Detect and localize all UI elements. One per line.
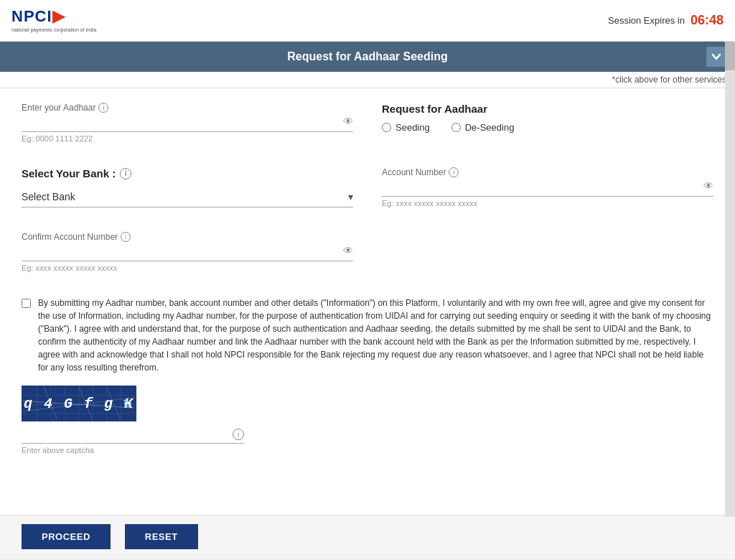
- captcha-image: q 4 G f g K ↻: [22, 386, 136, 421]
- aadhaar-input-wrap: 👁: [22, 116, 353, 132]
- session-label: Session Expires in: [608, 15, 685, 26]
- services-link: *click above for other services: [0, 72, 735, 88]
- deseeding-radio-item[interactable]: De-Seeding: [451, 122, 515, 133]
- title-bar-chevron[interactable]: [706, 47, 726, 67]
- captcha-input[interactable]: [22, 429, 227, 440]
- session-timer: 06:48: [690, 13, 724, 28]
- confirm-account-hint: Eg: xxxx xxxxx xxxxx xxxxx: [22, 263, 353, 272]
- terms-text: By submitting my Aadhar number, bank acc…: [38, 297, 713, 374]
- deseeding-label: De-Seeding: [465, 122, 515, 133]
- npci-logo: NPCI▶: [11, 7, 96, 26]
- left-col-1: Enter your Aadhaar i 👁 Eg: 0000 1111 222…: [22, 103, 353, 156]
- bank-info-icon[interactable]: i: [120, 168, 131, 179]
- right-col-3: [382, 232, 713, 285]
- title-bar[interactable]: Request for Aadhaar Seeding: [0, 42, 735, 72]
- confirm-account-input[interactable]: [22, 246, 353, 257]
- proceed-button[interactable]: PROCEED: [22, 524, 111, 549]
- scrollbar-thumb[interactable]: [725, 42, 735, 70]
- confirm-account-info-icon[interactable]: i: [121, 232, 131, 242]
- logo-area: NPCI▶ national payments corporation of i…: [11, 7, 96, 33]
- captcha-section: q 4 G f g K ↻ i Enter above captcha: [22, 386, 713, 454]
- bank-dropdown-chevron: ▾: [348, 191, 353, 202]
- form-row-2: Select Your Bank : i Select Bank ▾ Accou…: [22, 167, 713, 220]
- seeding-radio-item[interactable]: Seeding: [382, 122, 430, 133]
- page-title: Request for Aadhaar Seeding: [287, 50, 447, 63]
- account-number-hint: Eg: xxxx xxxxx xxxxx xxxxx: [382, 199, 713, 207]
- reset-button[interactable]: RESET: [125, 524, 198, 549]
- main-content: Enter your Aadhaar i 👁 Eg: 0000 1111 222…: [0, 88, 735, 515]
- aadhaar-request-section: Request for Aadhaar Seeding De-Seeding: [382, 103, 713, 133]
- seeding-radio[interactable]: [382, 123, 391, 132]
- account-number-field-group: Account Number i 👁 Eg: xxxx xxxxx xxxxx …: [382, 167, 713, 207]
- aadhaar-input[interactable]: [22, 117, 353, 128]
- aadhaar-request-title: Request for Aadhaar: [382, 103, 713, 115]
- captcha-refresh-icon[interactable]: ↻: [123, 397, 132, 411]
- seeding-label: Seeding: [395, 122, 430, 133]
- right-col-1: Request for Aadhaar Seeding De-Seeding: [382, 103, 713, 156]
- terms-section: By submitting my Aadhar number, bank acc…: [22, 297, 713, 374]
- select-bank-text: Select Bank: [22, 191, 75, 202]
- confirm-account-label: Confirm Account Number i: [22, 232, 353, 242]
- form-row-3: Confirm Account Number i 👁 Eg: xxxx xxxx…: [22, 232, 713, 285]
- aadhaar-label: Enter your Aadhaar i: [22, 103, 353, 113]
- account-number-input[interactable]: [382, 182, 713, 192]
- terms-checkbox[interactable]: [22, 299, 31, 308]
- captcha-input-hint: Enter above captcha: [22, 446, 713, 454]
- bank-section-label: Select Your Bank : i: [22, 167, 353, 179]
- confirm-account-field-group: Confirm Account Number i 👁 Eg: xxxx xxxx…: [22, 232, 353, 272]
- logo-arrow: ▶: [52, 7, 65, 25]
- captcha-input-wrap: i: [22, 429, 244, 444]
- form-row-1: Enter your Aadhaar i 👁 Eg: 0000 1111 222…: [22, 103, 713, 156]
- confirm-account-input-wrap: 👁: [22, 245, 353, 261]
- select-bank-dropdown[interactable]: Select Bank ▾: [22, 187, 353, 207]
- deseeding-radio[interactable]: [451, 123, 461, 132]
- left-col-3: Confirm Account Number i 👁 Eg: xxxx xxxx…: [22, 232, 353, 285]
- scrollbar-track[interactable]: [725, 42, 735, 517]
- aadhaar-eye-icon[interactable]: 👁: [343, 116, 353, 127]
- right-col-2: Account Number i 👁 Eg: xxxx xxxxx xxxxx …: [382, 167, 713, 220]
- bottom-bar: PROCEED RESET: [0, 515, 735, 558]
- logo-subtitle: national payments corporation of india: [11, 27, 96, 33]
- aadhaar-info-icon[interactable]: i: [98, 103, 108, 113]
- account-info-icon[interactable]: i: [449, 167, 459, 177]
- left-col-2: Select Your Bank : i Select Bank ▾: [22, 167, 353, 220]
- account-input-wrap: 👁: [382, 180, 713, 197]
- top-header: NPCI▶ national payments corporation of i…: [0, 0, 735, 42]
- account-number-label: Account Number i: [382, 167, 713, 177]
- account-eye-icon[interactable]: 👁: [703, 180, 713, 192]
- captcha-display-text: q 4 G f g K: [24, 396, 134, 412]
- aadhaar-hint: Eg: 0000 1111 2222: [22, 134, 353, 143]
- aadhaar-field-group: Enter your Aadhaar i 👁 Eg: 0000 1111 222…: [22, 103, 353, 143]
- radio-group: Seeding De-Seeding: [382, 122, 713, 133]
- confirm-account-eye-icon[interactable]: 👁: [343, 245, 353, 256]
- session-info: Session Expires in 06:48: [608, 13, 724, 28]
- captcha-info-icon[interactable]: i: [233, 429, 244, 440]
